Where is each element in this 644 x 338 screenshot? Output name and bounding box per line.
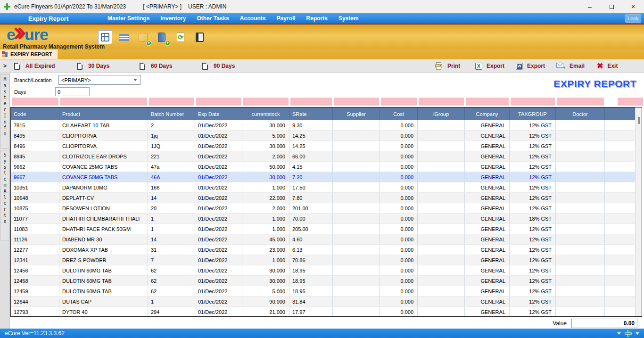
- table-row[interactable]: 12341DREZ-S POWDER701/Dec/20221.00070.86…: [11, 255, 642, 265]
- table-row[interactable]: 12456DULOTIN 60MG TAB6201/Dec/202230.000…: [11, 265, 642, 276]
- table-row[interactable]: 9667COVANCE 50MG TABS46A01/Dec/202230.00…: [11, 172, 642, 182]
- menu-master-settings[interactable]: Master Settings: [107, 15, 149, 22]
- column-header[interactable]: iGroup: [418, 107, 465, 120]
- filter-label: 60 Days: [151, 63, 172, 69]
- exit-button[interactable]: ✖ Exit: [597, 62, 637, 70]
- billing-glyph: [119, 34, 129, 41]
- menu-inventory[interactable]: Inventory: [160, 15, 186, 22]
- sidebar-item-system-alerts[interactable]: SystemAlerts: [0, 150, 9, 240]
- grid-filter-cell[interactable]: [511, 98, 555, 106]
- chevron-down-icon[interactable]: [617, 332, 621, 335]
- sidebar-item-master-info[interactable]: MasterInfo: [0, 74, 9, 149]
- grid-filter-cell[interactable]: [618, 98, 643, 106]
- minimize-button[interactable]: –: [579, 0, 601, 13]
- column-header[interactable]: Company: [465, 107, 510, 120]
- table-row[interactable]: 8495CLIOPITORVA1jq01/Dec/20225.00014.250…: [11, 131, 642, 141]
- branch-location-select[interactable]: <PRIMARY>: [58, 75, 140, 85]
- filter-all-expired[interactable]: All Expired: [14, 63, 73, 70]
- table-row[interactable]: 11077DHATHRI CHEMBARATHI THALI101/Dec/20…: [11, 214, 642, 224]
- menu-accounts[interactable]: Accounts: [240, 15, 266, 22]
- table-cell: 12% GST: [510, 234, 556, 244]
- journal-icon[interactable]: [192, 30, 206, 44]
- table-cell: 01/Dec/2022: [195, 172, 242, 182]
- grid-filter-cell[interactable]: [334, 98, 379, 106]
- refresh-document-icon[interactable]: ⟳: [173, 30, 188, 44]
- grid-filter-cell[interactable]: [60, 98, 147, 106]
- table-row[interactable]: 7815CILAHEART 10 TAB201/Dec/202230.0009.…: [11, 120, 642, 131]
- table-row[interactable]: 12458DULOTIN 60MG TAB6201/Dec/202230.000…: [11, 276, 642, 286]
- table-cell: 01/Dec/2022: [195, 141, 242, 151]
- grid-filter-cell[interactable]: [196, 98, 241, 106]
- table-cell: 0.000: [380, 172, 418, 182]
- column-header[interactable]: Supplier: [333, 107, 380, 120]
- grid-filter-cell[interactable]: [12, 98, 58, 106]
- journal-glyph: [196, 33, 204, 42]
- grid-filter-cell[interactable]: [290, 98, 332, 106]
- days-input[interactable]: [55, 87, 90, 96]
- expand-panel-button[interactable]: >: [0, 59, 10, 73]
- grid-filter-cell[interactable]: [381, 98, 417, 106]
- sidebar-label: MasterInfo: [3, 77, 7, 148]
- grid-filter-cell[interactable]: [466, 98, 509, 106]
- table-cell: 01/Dec/2022: [195, 286, 242, 296]
- scrollbar-thumb[interactable]: [638, 117, 640, 124]
- menu-payroll[interactable]: Payroll: [277, 15, 296, 22]
- grid-filter-cell[interactable]: [557, 98, 604, 106]
- tab-expiry-report[interactable]: EXPIRY REPORT: [0, 49, 58, 59]
- filter-90-days[interactable]: 90 Days: [202, 63, 261, 70]
- table-row[interactable]: 11126DIABEND MR 301401/Dec/202245.0004.6…: [11, 234, 642, 245]
- billing-machine-icon[interactable]: [117, 30, 131, 44]
- grid-filter-cell[interactable]: [243, 98, 289, 106]
- table-view-icon[interactable]: [98, 30, 112, 44]
- menu-other-tasks[interactable]: Other Tasks: [197, 15, 229, 22]
- table-row[interactable]: 11083DHATHRI FACE PACK 50GM101/Dec/20221…: [11, 224, 642, 234]
- grid-filter-cell[interactable]: [419, 98, 464, 106]
- new-note-icon[interactable]: +: [136, 30, 150, 44]
- table-cell: 12% GST: [510, 151, 556, 161]
- column-header[interactable]: SRate: [289, 107, 333, 120]
- table-row[interactable]: 9662COVANCE 25MG TABS47a01/Dec/202250.00…: [11, 162, 642, 172]
- app-window: eCure Finyears 01/Apr/2022 To 31/Mar/202…: [0, 0, 644, 338]
- close-button[interactable]: ×: [622, 0, 644, 13]
- menu-system[interactable]: System: [339, 15, 359, 22]
- table-row[interactable]: 12793DYTOR 4029401/Dec/202221.00017.970.…: [11, 307, 642, 317]
- column-header[interactable]: Doctor: [556, 107, 605, 120]
- filter-60-days[interactable]: 60 Days: [140, 63, 198, 70]
- table-row[interactable]: 8496CLIOPITORVA1JQ01/Dec/202230.00014.25…: [11, 141, 642, 151]
- filter-action-bar: > All Expired 30 Days 60 Days 90 Days Pr…: [0, 59, 644, 73]
- green-plus-icon[interactable]: [625, 330, 631, 337]
- table-row[interactable]: 10875DESOWEN LOTION2001/Dec/20222.000201…: [11, 203, 642, 214]
- column-header[interactable]: TAXGROUP: [510, 107, 556, 120]
- value-input[interactable]: [571, 319, 637, 328]
- lock-button[interactable]: Lock: [625, 14, 641, 23]
- table-row[interactable]: 12277DOXOMAX XP TAB3101/Dec/202223.0006.…: [11, 245, 642, 255]
- print-button[interactable]: Print: [435, 62, 475, 70]
- vertical-scrollbar[interactable]: [635, 107, 642, 316]
- table-cell: 12459: [11, 286, 59, 296]
- menu-reports[interactable]: Reports: [306, 15, 328, 22]
- table-row[interactable]: 10648DEPLATT-CV1401/Dec/202222.0007.800.…: [11, 193, 642, 203]
- column-header[interactable]: Code: [11, 107, 59, 120]
- column-header[interactable]: Cost: [380, 107, 418, 120]
- column-header[interactable]: Product: [59, 107, 148, 120]
- filter-30-days[interactable]: 30 Days: [77, 63, 136, 70]
- export-excel-button[interactable]: X Export: [475, 63, 516, 70]
- restore-button[interactable]: [601, 0, 622, 13]
- column-header[interactable]: currentstock: [242, 107, 289, 120]
- export-word-button[interactable]: W Export: [516, 63, 556, 70]
- table-row[interactable]: 8845CLOTRIZOLE EAR DROPS22101/Dec/20222.…: [11, 151, 642, 162]
- table-cell: [556, 120, 605, 130]
- table-cell: 01/Dec/2022: [195, 151, 242, 161]
- new-book-icon[interactable]: +: [155, 30, 169, 44]
- table-cell: CLOTRIZOLE EAR DROPS: [59, 151, 148, 161]
- table-row[interactable]: 10351DAPANORM 10MG16601/Dec/20221.00017.…: [11, 182, 642, 193]
- table-row[interactable]: 12459DULOTIN 60MG TAB6201/Dec/20225.0001…: [11, 286, 642, 297]
- grid-filter-cell[interactable]: [149, 98, 194, 106]
- table-cell: 30.000: [242, 265, 289, 275]
- chevron-down-icon[interactable]: [636, 332, 639, 335]
- column-header[interactable]: Exp Date: [195, 107, 242, 120]
- column-header[interactable]: Batch Number: [148, 107, 195, 120]
- table-row[interactable]: 12644DUTAS CAP101/Dec/202290.00031.840.0…: [11, 297, 642, 307]
- action-label: Print: [447, 63, 460, 69]
- email-button[interactable]: Email: [556, 63, 597, 69]
